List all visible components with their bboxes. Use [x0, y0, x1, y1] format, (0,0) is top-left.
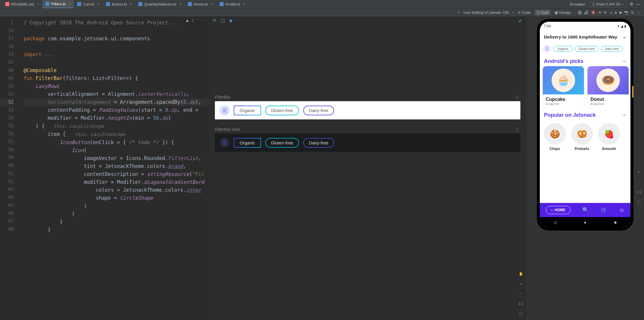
snack-round[interactable]: 🍓Smooth	[598, 123, 620, 151]
device-dropdown[interactable]: ▯ Pixel 5 API 30 ▾	[589, 1, 627, 7]
filter-chip[interactable]: Organic	[234, 138, 261, 148]
tab-quantity[interactable]: QuantitySelector.kt×	[135, 0, 184, 8]
code-content[interactable]: / Copyright 2020 The Android Open Source…	[0, 16, 209, 234]
filter-chip[interactable]: Gluten-free	[265, 138, 299, 148]
zoom-out-icon[interactable]: −	[635, 178, 642, 185]
filter-chip[interactable]: Organic	[234, 106, 261, 115]
close-icon[interactable]: ×	[37, 2, 39, 6]
close-icon[interactable]: ×	[211, 2, 213, 6]
nav-profile-icon[interactable]: ☺	[619, 207, 624, 213]
warning-count: 1	[192, 18, 194, 23]
rotate-left-icon[interactable]: ⟲	[598, 10, 601, 15]
filter-chip[interactable]: Organic	[553, 46, 572, 52]
overview-nav-icon[interactable]: ■	[619, 10, 622, 15]
filter-chip[interactable]: Gluten-free	[265, 106, 299, 115]
filter-chip[interactable]: Gluten-free	[575, 46, 599, 52]
zoom-fit-icon[interactable]: ▢	[517, 310, 525, 317]
kotlin-file-icon	[45, 2, 49, 6]
home-nav-icon[interactable]: ●	[615, 10, 617, 15]
snack-round[interactable]: 🍪Chips	[544, 123, 566, 151]
pan-icon[interactable]: ✋	[517, 270, 525, 277]
snapshot-icon[interactable]: ↻	[631, 10, 634, 15]
nav-search-icon[interactable]: 🔍	[582, 207, 589, 213]
tab-cart[interactable]: Cart.kt×	[74, 0, 102, 8]
view-split-button[interactable]: ◫Split	[535, 10, 550, 15]
screenshot-icon[interactable]: 📷	[624, 10, 629, 15]
close-icon[interactable]: ×	[97, 2, 99, 6]
tab-readme[interactable]: README.md×	[2, 0, 42, 8]
filter-chip[interactable]: Dairy-free	[303, 106, 334, 115]
next-highlight-icon[interactable]: ⌄	[201, 19, 204, 22]
close-icon[interactable]: ×	[243, 2, 245, 6]
section-header: Popular on Jetsnack →	[540, 109, 630, 120]
close-icon[interactable]: ×	[69, 2, 71, 6]
more-icon[interactable]: ⋮	[637, 10, 640, 15]
nav-home-button[interactable]: ⌂HOME	[546, 206, 570, 214]
volume-down-icon[interactable]: 🔇	[591, 10, 596, 15]
popular-row[interactable]: 🍪Chips 🥨Pretzels 🍓Smooth	[540, 120, 630, 154]
interactive-icon[interactable]: ◫	[220, 18, 225, 23]
power-icon[interactable]: ⏻	[578, 10, 582, 15]
compose-preview-pane[interactable]: ⟳ ◫ ◆ ✔ FilterBar▯ ☰ Organic Gluten-free…	[209, 16, 526, 320]
delivery-header[interactable]: Delivery to 1600 Amphitheater Way ⌄	[540, 31, 630, 43]
snack-card[interactable]: 🧁 CupcakeA tag line	[543, 66, 584, 109]
filter-list-icon[interactable]: ☰	[543, 45, 551, 53]
zoom-fit-icon[interactable]: ▢	[635, 198, 642, 205]
filter-chip[interactable]: Dairy-free	[303, 138, 334, 148]
close-icon[interactable]: ×	[130, 2, 132, 6]
settings-icon[interactable]: ⚙	[630, 2, 633, 6]
tab-filters[interactable]: Filters.kt×	[42, 0, 74, 8]
minimize-icon[interactable]: —	[636, 2, 640, 6]
filter-list-icon: ☰	[220, 105, 230, 115]
sys-home-icon[interactable]: ●	[583, 220, 587, 225]
view-design-button[interactable]: ▣Design	[553, 10, 573, 15]
round-label: Chips	[550, 146, 560, 151]
volume-up-icon[interactable]: 🔊	[584, 10, 589, 15]
arrow-right-icon[interactable]: →	[621, 112, 626, 118]
prev-highlight-icon[interactable]: ⌃	[196, 19, 199, 22]
back-nav-icon[interactable]: ◁	[609, 10, 612, 15]
snack-card[interactable]: 🍩 DonutA tag line	[587, 66, 629, 109]
refresh-icon[interactable]: ⟳	[211, 18, 217, 23]
sys-back-icon[interactable]: ◁	[552, 220, 557, 225]
main-split: ▲1 ⌃ ⌄ 116171819474849505152535455565758…	[0, 16, 644, 320]
filterbar-preview-light[interactable]: ☰ Organic Gluten-free Dairy-free	[215, 101, 520, 119]
deploy-icon[interactable]: ▯	[516, 95, 519, 99]
snack-round[interactable]: 🥨Pretzels	[571, 123, 593, 151]
inspections-widget[interactable]: ▲1 ⌃ ⌄	[185, 18, 204, 23]
zoom-in-icon[interactable]: +	[517, 280, 525, 287]
deploy-icon[interactable]: ▯	[516, 127, 519, 132]
home-icon: ⌂	[551, 208, 553, 212]
separator	[575, 10, 575, 15]
layers-icon[interactable]: ◆	[228, 18, 234, 23]
chevron-down-icon[interactable]: ▾	[512, 11, 514, 14]
view-code-button[interactable]: ≡Code	[516, 10, 532, 15]
editor-toolbar: ✦ Live Editing of Literals: ON▾ ≡Code ◫S…	[0, 8, 644, 16]
preview-zoom-controls: ✋ + − 1:1 ▢	[517, 270, 525, 317]
tab-profile[interactable]: Profile.kt×	[217, 0, 248, 8]
chevron-down-icon: ⌄	[623, 34, 626, 39]
filterbar-preview-dark[interactable]: ☰ Organic Gluten-free Dairy-free	[215, 134, 520, 152]
rotate-right-icon[interactable]: ⟳	[604, 10, 607, 15]
phone-frame: 7:04 ▾◢▮ Delivery to 1600 Amphitheater W…	[537, 19, 633, 231]
zoom-ratio[interactable]: 1:1	[517, 300, 525, 307]
code-editor[interactable]: ▲1 ⌃ ⌄ 116171819474849505152535455565758…	[0, 16, 209, 320]
zoom-ratio[interactable]: 1:1	[635, 188, 642, 195]
tab-button[interactable]: Button.kt×	[103, 0, 135, 8]
arrow-right-icon[interactable]: →	[621, 58, 626, 64]
phone-filter-bar[interactable]: ☰ Organic Gluten-free Dairy-free	[540, 43, 630, 55]
nav-cart-icon[interactable]: 🛒	[601, 207, 607, 213]
zoom-in-icon[interactable]: +	[635, 168, 642, 175]
tab-home[interactable]: Home.kt×	[185, 0, 216, 8]
emulator-label: Emulator:	[570, 2, 586, 6]
live-edit-label[interactable]: Live Editing of Literals: ON	[464, 10, 509, 15]
design-view-icon: ▣	[555, 10, 558, 15]
filter-chip[interactable]: Dairy-free	[601, 46, 623, 52]
close-icon[interactable]: ×	[179, 2, 181, 6]
line-gutter[interactable]: 1161718194748495051525354555657585960616…	[0, 16, 18, 233]
phone-screen[interactable]: 7:04 ▾◢▮ Delivery to 1600 Amphitheater W…	[540, 22, 630, 228]
snack-cards-row[interactable]: 🧁 CupcakeA tag line 🍩 DonutA tag line	[540, 66, 630, 109]
sys-overview-icon[interactable]: ■	[613, 220, 618, 225]
zoom-out-icon[interactable]: −	[517, 290, 525, 297]
kotlin-file-icon	[220, 2, 224, 6]
